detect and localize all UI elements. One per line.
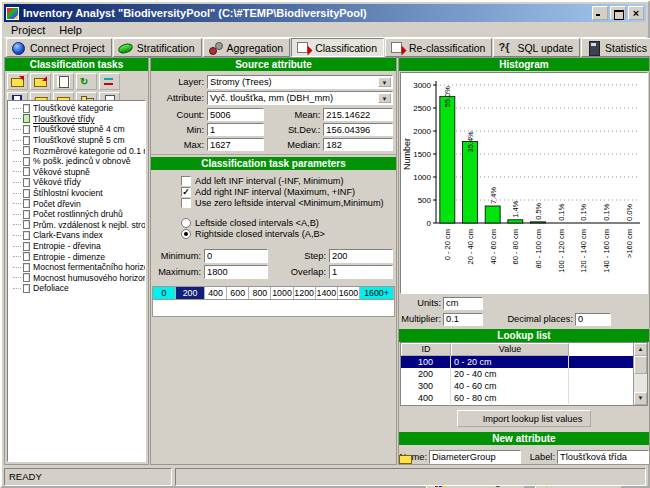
tree-item[interactable]: Entropie - dimenze — [8, 251, 145, 262]
attribute-label-input[interactable] — [557, 450, 649, 464]
maximize-button[interactable] — [610, 6, 626, 20]
interval-cell[interactable]: 0 — [153, 287, 176, 299]
menu-project[interactable]: Project — [4, 23, 52, 37]
minimize-button[interactable] — [592, 6, 608, 20]
toolbar-classification-button[interactable]: Classification — [291, 38, 384, 57]
lookup-scrollbar[interactable]: ▲▼ — [633, 343, 647, 405]
checkbox[interactable] — [181, 176, 191, 186]
new-document-icon — [57, 76, 70, 87]
menu-help[interactable]: Help — [52, 23, 89, 37]
tree-item-label: % pošk. jedinců v obnově — [33, 156, 130, 166]
table-row[interactable]: 1000 - 20 cm — [401, 356, 647, 368]
interval-cell[interactable]: 1400 — [316, 287, 338, 299]
table-row[interactable]: 30040 - 60 cm — [401, 380, 647, 392]
tree-item[interactable]: Věkové třídy — [8, 177, 145, 188]
scroll-thumb[interactable] — [634, 356, 647, 374]
new-document-button[interactable] — [53, 73, 74, 90]
remove-button[interactable] — [99, 73, 120, 90]
checkbox-label: Use zero leftside interval <Minimum,Mini… — [195, 198, 384, 208]
units-input[interactable] — [443, 297, 483, 310]
interval-cell[interactable]: 1600+ — [360, 287, 394, 299]
tree-item[interactable]: Tloušťkové kategorie — [8, 103, 145, 114]
attribute-select[interactable]: Vyč. tloušťka, mm (DBH_mm) ▼ — [207, 91, 393, 105]
tree-item[interactable]: Clark-Evans index — [8, 230, 145, 241]
tree-item[interactable]: Mocnost humusového horizontu — [8, 273, 145, 284]
interval-cell[interactable]: 800 — [249, 287, 271, 299]
tree-item[interactable]: Počet rostlinných druhů — [8, 209, 145, 220]
chevron-down-icon[interactable]: ▼ — [378, 77, 391, 87]
tree-item[interactable]: Tloušťkové stupně 4 cm — [8, 124, 145, 135]
column-header-value[interactable]: Value — [451, 343, 569, 356]
toolbar-stratification-button[interactable]: Stratification — [113, 38, 202, 57]
folder-export-button[interactable] — [30, 73, 51, 90]
column-header-id[interactable]: ID — [401, 343, 451, 356]
refresh-button[interactable] — [76, 73, 97, 90]
tree-item[interactable]: Rozměrové kategorie od 0.1 m — [8, 145, 145, 156]
tree-item[interactable]: Věkové stupně — [8, 167, 145, 178]
menu-bar: ProjectHelp — [4, 22, 646, 37]
overlap-input[interactable] — [329, 265, 393, 279]
interval-radio-group: Leftside closed intervals <A,B)Rightside… — [181, 217, 396, 239]
task-tree[interactable]: Tloušťkové kategorieTloušťkové třídyTlou… — [7, 100, 146, 462]
layer-select[interactable]: Stromy (Trees) ▼ — [207, 75, 393, 89]
toolbar-connect-project-button[interactable]: Connect Project — [6, 38, 112, 57]
tree-connector — [13, 203, 21, 204]
tree-connector — [13, 246, 21, 247]
svg-text:1500: 1500 — [413, 150, 431, 159]
table-row[interactable]: 40060 - 80 cm — [401, 392, 647, 404]
checkbox[interactable] — [181, 198, 191, 208]
tree-item-label: Tloušťkové stupně 5 cm — [33, 135, 125, 145]
tree-item[interactable]: Entropie - dřevina — [8, 241, 145, 252]
maximum-input[interactable] — [204, 265, 268, 279]
svg-text:1.4%: 1.4% — [511, 200, 520, 217]
multiplier-input[interactable] — [443, 313, 483, 326]
folder-import-button[interactable] — [7, 73, 28, 90]
interval-cell[interactable]: 400 — [205, 287, 227, 299]
tree-item[interactable]: Počet dřevin — [8, 198, 145, 209]
svg-text:0.0%: 0.0% — [625, 204, 634, 221]
status-text: READY — [4, 468, 172, 486]
tree-item[interactable]: Prům. vzdálenost k nejbl. stromu — [8, 220, 145, 231]
toolbar-sql-update-button[interactable]: SQL update — [493, 38, 580, 57]
tree-item[interactable]: Mocnost fermentačního horizontu — [8, 262, 145, 273]
tree-item[interactable]: Štíhlostní kvocient — [8, 188, 145, 199]
table-row[interactable]: 20020 - 40 cm — [401, 368, 647, 380]
stat-value: 182 — [323, 138, 393, 151]
tree-item[interactable]: Tloušťkové třídy — [8, 114, 145, 125]
radio-label: Rightside closed intervals (A,B> — [195, 229, 325, 239]
window-title: Inventory Analyst "BiodiversityPool" (C:… — [23, 7, 592, 19]
toolbar-aggregation-button[interactable]: Aggregation — [203, 38, 291, 57]
svg-text:0.1%: 0.1% — [579, 203, 588, 220]
layer-label: Layer: — [154, 77, 204, 87]
import-lookup-label: Import lookup list values — [483, 414, 583, 424]
calculator-icon — [586, 41, 601, 54]
interval-strip-footer — [152, 300, 395, 317]
radio-button[interactable] — [181, 229, 191, 239]
tree-item[interactable]: Defoliace — [8, 283, 145, 294]
toolbar-statistics-button[interactable]: Statistics — [581, 38, 650, 57]
radio-button[interactable] — [181, 218, 191, 228]
scroll-up-icon[interactable]: ▲ — [634, 343, 647, 356]
tree-item[interactable]: Tloušťkové stupně 5 cm — [8, 135, 145, 146]
minimum-input[interactable] — [204, 249, 268, 263]
main-toolbar: Connect ProjectStratificationAggregation… — [4, 37, 646, 58]
decimal-places-input[interactable] — [575, 313, 611, 326]
tree-item[interactable]: % pošk. jedinců v obnově — [8, 156, 145, 167]
interval-cell[interactable]: 1600 — [338, 287, 360, 299]
interval-cell[interactable]: 1000 — [271, 287, 293, 299]
interval-cell[interactable]: 600 — [227, 287, 249, 299]
toolbar-re-classification-button[interactable]: Re-classification — [385, 38, 492, 57]
interval-cell[interactable]: 200 — [176, 287, 205, 299]
close-button[interactable]: × — [628, 6, 644, 20]
attribute-name-input[interactable] — [429, 450, 521, 464]
tree-item-label: Počet rostlinných druhů — [33, 209, 123, 219]
interval-cell[interactable]: 1200 — [294, 287, 316, 299]
checkbox[interactable]: ✓ — [181, 187, 191, 197]
import-lookup-button[interactable]: Import lookup list values — [457, 410, 592, 427]
toolbar-button-label: Classification — [315, 42, 377, 54]
tree-connector — [13, 193, 21, 194]
toolbar-button-label: Aggregation — [227, 42, 284, 54]
step-input[interactable] — [329, 249, 393, 263]
scroll-down-icon[interactable]: ▼ — [634, 392, 647, 405]
chevron-down-icon[interactable]: ▼ — [378, 93, 391, 103]
